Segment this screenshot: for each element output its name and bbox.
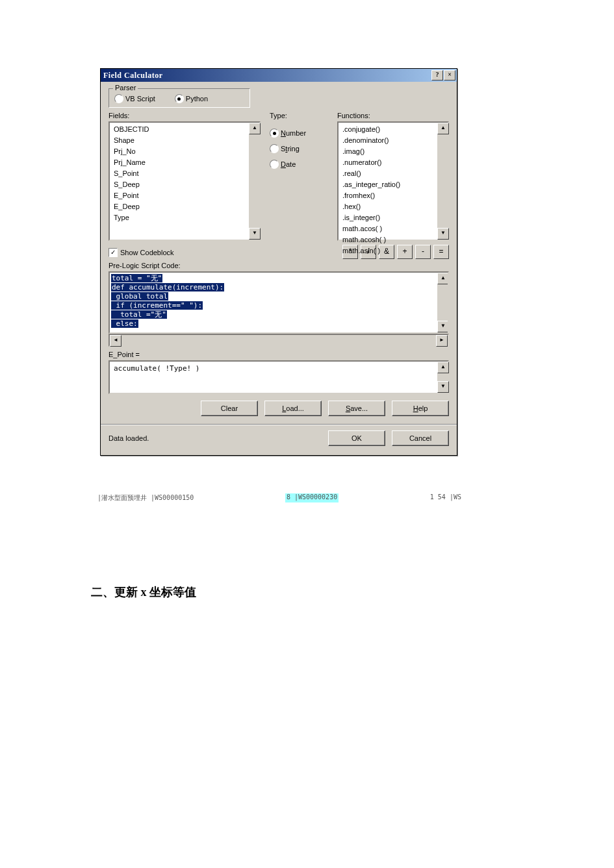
field-item[interactable]: Type (112, 212, 248, 223)
scrollbar[interactable]: ▲ ▼ (437, 273, 448, 332)
status-text: Data loaded. (109, 434, 149, 442)
function-item[interactable]: math.asin( ) (341, 245, 436, 256)
field-item[interactable]: Prj_No (112, 146, 248, 157)
scrollbar[interactable]: ▲ ▼ (249, 123, 259, 240)
radio-icon (175, 94, 184, 103)
scroll-up-icon[interactable]: ▲ (437, 273, 449, 284)
field-item[interactable]: S_Point (112, 168, 248, 179)
scroll-down-icon[interactable]: ▼ (437, 321, 449, 332)
expression-value: accumulate( !Type! ) (111, 363, 436, 374)
type-string-label: ring (287, 145, 299, 153)
load-button[interactable]: Load... (264, 401, 322, 416)
prelogic-code-input[interactable]: total = "无"def accumulate(increment): gl… (109, 271, 449, 334)
divider (101, 424, 457, 425)
type-date-label: ate (286, 160, 296, 168)
function-item[interactable]: .denominator() (341, 135, 436, 146)
fragment-right: 1 54 |WS (430, 493, 461, 502)
field-item[interactable]: S_Deep (112, 179, 248, 190)
scroll-up-icon[interactable]: ▲ (437, 123, 449, 134)
function-item[interactable]: .conjugate() (341, 124, 436, 135)
radio-icon (270, 144, 279, 153)
titlebar-buttons: ? × (431, 70, 455, 81)
function-item[interactable]: .fromhex() (341, 190, 436, 201)
radio-vbscript[interactable]: VB Script (114, 94, 155, 103)
code-line: else: (111, 319, 138, 328)
type-number-label: umber (286, 129, 306, 137)
scroll-right-icon[interactable]: ► (436, 335, 448, 347)
cancel-button[interactable]: Cancel (392, 430, 449, 446)
function-item[interactable]: .numerator() (341, 157, 436, 168)
radio-date[interactable]: Date (270, 160, 328, 169)
save-button[interactable]: Save... (328, 401, 385, 416)
field-calculator-window: Field Calculator ? × Parser VB Script Py… (100, 68, 457, 456)
radio-vbscript-label: VB Script (125, 95, 155, 103)
scrollbar[interactable]: ▲ ▼ (437, 123, 448, 240)
fragment-mid: 8 |WS00000230 (285, 493, 339, 502)
background-table-fragment: |潜水型面预埋井 |WS00000150 8 |WS00000230 1 54 … (97, 493, 461, 502)
code-line: total ="无" (111, 310, 167, 319)
show-codeblock-label: Show Codeblock (120, 249, 174, 256)
code-line: if (increment==" "): (111, 301, 203, 310)
parser-legend: Parser (113, 84, 138, 92)
type-label: Type: (270, 112, 328, 119)
radio-icon (114, 94, 123, 103)
parser-group: Parser VB Script Python (109, 88, 250, 108)
scroll-up-icon[interactable]: ▲ (437, 362, 449, 373)
scroll-down-icon[interactable]: ▼ (437, 228, 449, 240)
scroll-up-icon[interactable]: ▲ (249, 123, 261, 134)
fragment-left: |潜水型面预埋井 |WS00000150 (97, 493, 194, 502)
field-item[interactable]: E_Deep (112, 201, 248, 212)
window-content: Parser VB Script Python Fields: (101, 82, 457, 455)
scroll-down-icon[interactable]: ▼ (437, 381, 449, 393)
code-line: def accumulate(increment): (111, 283, 224, 291)
fields-listbox[interactable]: OBJECTIDShapePrj_NoPrj_NameS_PointS_Deep… (109, 121, 261, 241)
scroll-left-icon[interactable]: ◄ (110, 335, 122, 347)
help-icon[interactable]: ? (431, 70, 443, 81)
functions-label: Functions: (337, 112, 449, 119)
function-item[interactable]: .is_integer() (341, 212, 436, 223)
function-item[interactable]: .hex() (341, 201, 436, 212)
scroll-down-icon[interactable]: ▼ (249, 228, 261, 240)
expression-input[interactable]: accumulate( !Type! ) ▲ ▼ (109, 360, 449, 394)
page: Field Calculator ? × Parser VB Script Py… (0, 0, 614, 868)
fields-label: Fields: (109, 112, 261, 119)
scrollbar[interactable]: ▲ ▼ (437, 362, 448, 393)
checkbox-icon (109, 248, 118, 257)
ok-button[interactable]: OK (328, 430, 385, 446)
prelogic-label: Pre-Logic Script Code: (109, 262, 449, 269)
radio-string[interactable]: String (270, 144, 328, 153)
titlebar[interactable]: Field Calculator ? × (101, 69, 457, 82)
function-item[interactable]: math.acos( ) (341, 223, 436, 234)
field-item[interactable]: Prj_Name (112, 157, 248, 168)
expression-label: E_Point = (109, 351, 449, 358)
field-item[interactable]: E_Point (112, 190, 248, 201)
function-item[interactable]: .imag() (341, 146, 436, 157)
radio-python[interactable]: Python (175, 94, 208, 103)
code-line: global total (111, 292, 168, 301)
document-heading: 二、更新 x 坐标等值 (91, 584, 196, 600)
radio-number[interactable]: Number (270, 129, 328, 138)
help-button[interactable]: Help (392, 401, 449, 416)
function-item[interactable]: .as_integer_ratio() (341, 179, 436, 190)
field-item[interactable]: Shape (112, 135, 248, 146)
function-item[interactable]: math.acosh( ) (341, 234, 436, 245)
show-codeblock-checkbox[interactable]: Show Codeblock (109, 248, 174, 257)
radio-icon (270, 129, 279, 138)
code-line: total = "无" (111, 274, 162, 282)
radio-python-label: Python (186, 95, 208, 103)
horizontal-scrollbar[interactable]: ◄ ► (109, 334, 449, 347)
field-item[interactable]: OBJECTID (112, 124, 248, 135)
function-item[interactable]: .real() (341, 168, 436, 179)
close-icon[interactable]: × (444, 70, 455, 81)
window-title: Field Calculator (103, 71, 163, 81)
radio-icon (270, 160, 279, 169)
clear-button[interactable]: Clear (201, 401, 258, 416)
functions-listbox[interactable]: .conjugate().denominator().imag().numera… (337, 121, 449, 241)
